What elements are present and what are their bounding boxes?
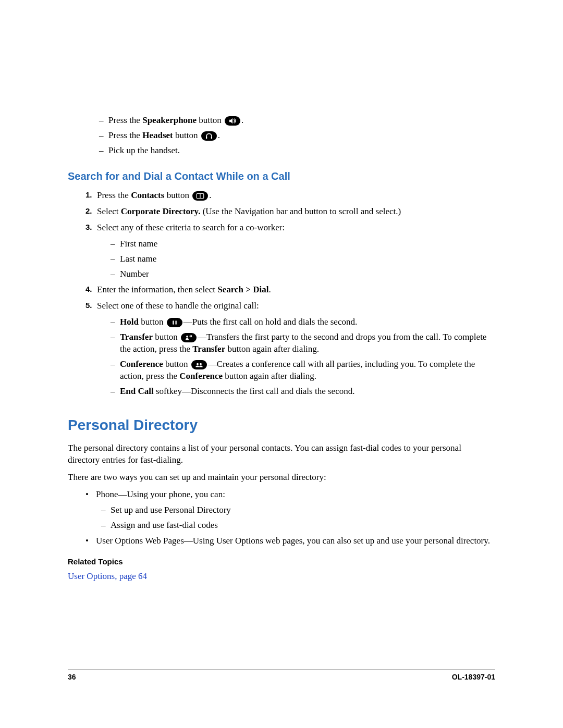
text: Press the (108, 130, 142, 140)
item-handset: Pick up the handset. (99, 145, 495, 157)
option-endcall: End Call softkey—Disconnects the first c… (111, 386, 495, 398)
transfer-icon (181, 333, 197, 342)
criteria-number: Number (111, 268, 495, 280)
criteria-firstname: First name (111, 238, 495, 250)
period: . (218, 130, 220, 140)
text: Select any of these criteria to search f… (97, 223, 285, 232)
speaker-icon (225, 116, 240, 126)
page-number: 36 (68, 672, 76, 682)
text: button again after dialing. (223, 371, 316, 381)
text-bold: Transfer (192, 344, 225, 354)
svg-point-6 (186, 336, 188, 338)
step-5: Select one of these to handle the origin… (85, 300, 495, 398)
text: . (268, 285, 271, 294)
personal-p2: There are two ways you can set up and ma… (68, 472, 495, 484)
text: button (164, 190, 191, 200)
option-transfer: Transfer button —Transfers the first par… (111, 331, 495, 355)
svg-rect-5 (175, 321, 176, 325)
search-steps-list: Press the Contacts button . Select Corpo… (85, 190, 495, 398)
related-link-row: User Options, page 64 (68, 571, 495, 583)
conference-icon (191, 360, 207, 369)
text-bold: Conference (120, 359, 163, 369)
text: Enter the information, then select (97, 285, 217, 294)
text: Press the (108, 115, 142, 125)
phone-sub-a: Set up and use Personal Directory (101, 504, 495, 516)
step-2: Select Corporate Directory. (Use the Nav… (85, 206, 495, 218)
way-phone: Phone—Using your phone, you can: Set up … (85, 489, 495, 532)
criteria-lastname: Last name (111, 253, 495, 265)
text: button again after dialing. (225, 344, 319, 354)
period: . (209, 190, 211, 200)
search-section-heading: Search for and Dial a Contact While on a… (68, 169, 495, 183)
step-3: Select any of these criteria to search f… (85, 222, 495, 280)
intro-dash-list: Press the Speakerphone button . Press th… (99, 115, 495, 157)
step-1: Press the Contacts button . (85, 190, 495, 202)
text: Phone—Using your phone, you can: (96, 489, 225, 499)
text: button (153, 332, 180, 342)
document-page: Press the Speakerphone button . Press th… (0, 0, 563, 728)
text: button (197, 115, 224, 125)
hold-icon (167, 318, 182, 327)
period: . (241, 115, 243, 125)
text-bold: Headset (142, 130, 173, 140)
related-topics-heading: Related Topics (68, 557, 495, 567)
text-bold: Contacts (131, 190, 164, 200)
way-web: User Options Web Pages—Using User Option… (85, 535, 495, 547)
text-bold: Search > Dial (217, 285, 268, 294)
handle-call-list: Hold button —Puts the first call on hold… (111, 316, 495, 398)
phone-sub-b: Assign and use fast-dial codes (101, 520, 495, 532)
text: —Puts the first call on hold and dials t… (183, 317, 357, 327)
svg-rect-1 (211, 137, 212, 139)
doc-id: OL-18397-01 (452, 672, 495, 682)
contacts-icon (192, 191, 208, 201)
text: button (163, 359, 190, 369)
text: button (139, 317, 166, 327)
text: Select one of these to handle the origin… (97, 301, 259, 311)
text-bold: Corporate Directory. (121, 206, 201, 216)
step-4: Enter the information, then select Searc… (85, 284, 495, 296)
item-speakerphone: Press the Speakerphone button . (99, 115, 495, 127)
text-bold: End Call (120, 386, 154, 396)
svg-rect-0 (206, 137, 207, 139)
text-bold: Transfer (120, 332, 153, 342)
item-headset: Press the Headset button . (99, 130, 495, 142)
svg-rect-4 (173, 321, 174, 325)
text: softkey—Disconnects the first call and d… (154, 386, 355, 396)
text-bold: Hold (120, 317, 139, 327)
svg-point-7 (197, 363, 199, 365)
personal-directory-heading: Personal Directory (68, 415, 495, 435)
headset-icon (201, 131, 217, 141)
criteria-list: First name Last name Number (111, 238, 495, 280)
text: (Use the Navigation bar and button to sc… (200, 206, 401, 216)
text-bold: Speakerphone (142, 115, 197, 125)
text: button (173, 130, 200, 140)
option-hold: Hold button —Puts the first call on hold… (111, 316, 495, 328)
text: Press the (97, 190, 131, 200)
option-conference: Conference button —Creates a conference … (111, 359, 495, 382)
text: Select (97, 206, 121, 216)
ways-list: Phone—Using your phone, you can: Set up … (85, 489, 495, 548)
text-bold: Conference (179, 371, 223, 381)
phone-sublist: Set up and use Personal Directory Assign… (101, 504, 495, 532)
page-footer: 36 OL-18397-01 (68, 670, 495, 682)
personal-p1: The personal directory contains a list o… (68, 442, 495, 466)
svg-point-8 (200, 363, 202, 365)
user-options-link[interactable]: User Options, page 64 (68, 571, 147, 581)
